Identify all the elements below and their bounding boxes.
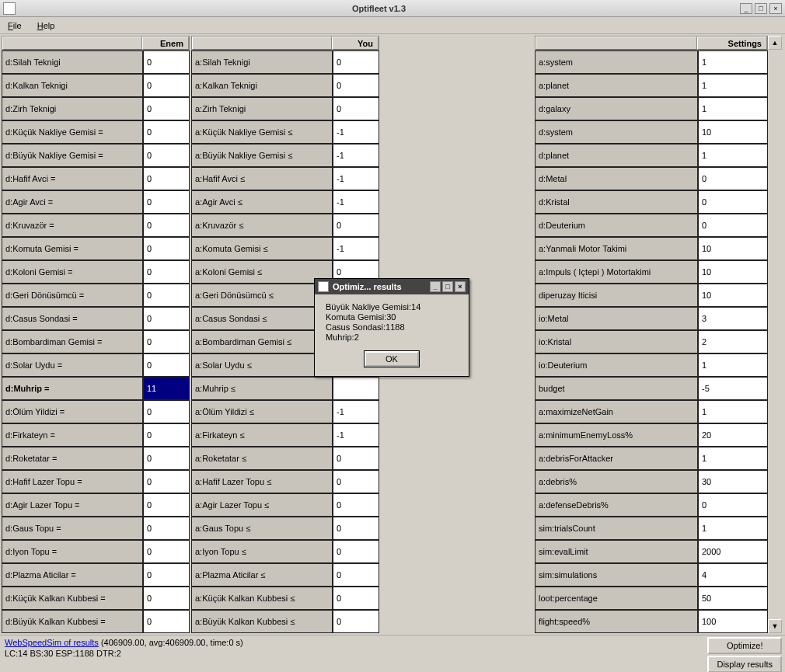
row-label[interactable]: sim:evalLimit — [535, 540, 698, 563]
row-label[interactable]: a:Ölüm Yildizi ≤ — [191, 400, 333, 423]
row-value[interactable]: 0 — [333, 50, 379, 74]
row-label[interactable]: sim:trialsCount — [535, 517, 698, 540]
row-label[interactable]: d:Silah Teknigi — [2, 50, 143, 74]
webspeedsim-link[interactable]: WebSpeedSim of results — [5, 638, 99, 647]
row-label[interactable]: a:system — [535, 50, 698, 74]
row-value[interactable]: 0 — [143, 97, 190, 120]
row-label[interactable]: a:minimumEnemyLoss% — [535, 423, 698, 447]
row-value[interactable] — [333, 377, 379, 400]
row-value[interactable]: -5 — [698, 377, 768, 400]
row-value[interactable]: 11 — [143, 377, 190, 400]
row-value[interactable]: 0 — [698, 190, 768, 214]
row-value[interactable]: 0 — [143, 610, 190, 633]
row-label[interactable]: flight:speed% — [535, 610, 698, 633]
row-label[interactable]: a:Agir Lazer Topu ≤ — [191, 493, 333, 517]
row-value[interactable]: 0 — [333, 74, 379, 97]
row-label[interactable]: a:Plazma Aticilar ≤ — [191, 563, 333, 587]
row-label[interactable]: diperuzay Iticisi — [535, 284, 698, 307]
row-label[interactable]: d:Muhrip = — [2, 377, 143, 400]
row-label[interactable]: a:Iyon Topu ≤ — [191, 540, 333, 563]
row-label[interactable]: d:Deuterium — [535, 214, 698, 237]
row-label[interactable]: d:galaxy — [535, 97, 698, 120]
row-label[interactable]: a:Muhrip ≤ — [191, 377, 333, 400]
minimize-button[interactable]: _ — [740, 3, 752, 14]
row-label[interactable]: a:defenseDebris% — [535, 493, 698, 517]
row-value[interactable]: 0 — [143, 330, 190, 353]
dialog-ok-button[interactable]: OK — [365, 351, 419, 367]
row-label[interactable]: a:Agir Avci ≤ — [191, 190, 333, 214]
row-value[interactable]: 0 — [143, 447, 190, 470]
row-label[interactable]: d:Ölüm Yildizi = — [2, 400, 143, 423]
row-value[interactable]: 10 — [698, 237, 768, 260]
dialog-close-button[interactable]: × — [455, 281, 466, 292]
row-label[interactable]: d:Solar Uydu = — [2, 353, 143, 377]
row-value[interactable]: 1 — [698, 517, 768, 540]
row-value[interactable]: 1 — [698, 74, 768, 97]
row-value[interactable]: -1 — [333, 167, 379, 190]
row-value[interactable]: 0 — [333, 97, 379, 120]
row-label[interactable]: d:Metal — [535, 167, 698, 190]
scrollbar[interactable]: ▲ ▼ — [768, 36, 783, 633]
row-value[interactable]: 0 — [333, 540, 379, 563]
row-value[interactable]: 0 — [143, 144, 190, 167]
row-label[interactable]: a:Impuls ( Içtepi ) Motortakimi — [535, 260, 698, 284]
row-value[interactable]: 1 — [698, 353, 768, 377]
row-value[interactable]: 20 — [698, 423, 768, 447]
row-value[interactable]: 0 — [333, 447, 379, 470]
row-value[interactable]: 1 — [698, 50, 768, 74]
row-label[interactable]: d:planet — [535, 144, 698, 167]
row-label[interactable]: a:Solar Uydu ≤ — [191, 353, 333, 377]
row-label[interactable]: io:Kristal — [535, 330, 698, 353]
row-value[interactable]: 0 — [698, 493, 768, 517]
row-value[interactable]: 10 — [698, 260, 768, 284]
row-label[interactable]: a:Yanmali Motor Takimi — [535, 237, 698, 260]
row-value[interactable]: 0 — [143, 470, 190, 493]
row-label[interactable]: d:Iyon Topu = — [2, 540, 143, 563]
row-value[interactable]: 4 — [698, 563, 768, 587]
row-label[interactable]: a:Firkateyn ≤ — [191, 423, 333, 447]
row-label[interactable]: a:Geri Dönüsümcü ≤ — [191, 284, 333, 307]
row-value[interactable]: 0 — [143, 50, 190, 74]
row-label[interactable]: d:Kristal — [535, 190, 698, 214]
row-label[interactable]: loot:percentage — [535, 587, 698, 610]
row-label[interactable]: d:Komuta Gemisi = — [2, 237, 143, 260]
scroll-up-button[interactable]: ▲ — [768, 36, 782, 50]
scroll-down-button[interactable]: ▼ — [768, 619, 782, 633]
row-value[interactable]: -1 — [333, 190, 379, 214]
optimize-button[interactable]: Optimize! — [707, 637, 782, 654]
row-value[interactable]: 100 — [698, 610, 768, 633]
row-value[interactable]: 0 — [143, 493, 190, 517]
row-label[interactable]: io:Deuterium — [535, 353, 698, 377]
row-label[interactable]: a:Kruvazör ≤ — [191, 214, 333, 237]
row-value[interactable]: 1 — [698, 144, 768, 167]
close-button[interactable]: × — [769, 3, 782, 14]
row-value[interactable]: 0 — [143, 423, 190, 447]
row-label[interactable]: a:Roketatar ≤ — [191, 447, 333, 470]
row-label[interactable]: a:Büyük Nakliye Gemisi ≤ — [191, 144, 333, 167]
row-value[interactable]: 0 — [333, 563, 379, 587]
row-value[interactable]: 0 — [333, 470, 379, 493]
row-label[interactable]: a:Silah Teknigi — [191, 50, 333, 74]
row-label[interactable]: d:Bombardiman Gemisi = — [2, 330, 143, 353]
row-label[interactable]: d:Küçük Nakliye Gemisi = — [2, 120, 143, 144]
row-value[interactable]: 10 — [698, 120, 768, 144]
row-label[interactable]: sim:simulations — [535, 563, 698, 587]
row-value[interactable]: 50 — [698, 587, 768, 610]
row-label[interactable]: a:maximizeNetGain — [535, 400, 698, 423]
row-label[interactable]: d:Kalkan Teknigi — [2, 74, 143, 97]
row-label[interactable]: d:Hafif Avci = — [2, 167, 143, 190]
row-label[interactable]: a:Bombardiman Gemisi ≤ — [191, 330, 333, 353]
row-value[interactable]: 3 — [698, 307, 768, 330]
row-value[interactable]: 0 — [333, 587, 379, 610]
row-value[interactable]: -1 — [333, 423, 379, 447]
row-value[interactable]: 0 — [143, 307, 190, 330]
row-value[interactable]: 0 — [333, 610, 379, 633]
row-label[interactable]: io:Metal — [535, 307, 698, 330]
row-value[interactable]: 0 — [143, 353, 190, 377]
row-label[interactable]: a:debrisForAttacker — [535, 447, 698, 470]
row-label[interactable]: d:Geri Dönüsümcü = — [2, 284, 143, 307]
row-value[interactable]: 0 — [143, 74, 190, 97]
row-value[interactable]: -1 — [333, 400, 379, 423]
row-label[interactable]: d:Koloni Gemisi = — [2, 260, 143, 284]
row-value[interactable]: -1 — [333, 144, 379, 167]
